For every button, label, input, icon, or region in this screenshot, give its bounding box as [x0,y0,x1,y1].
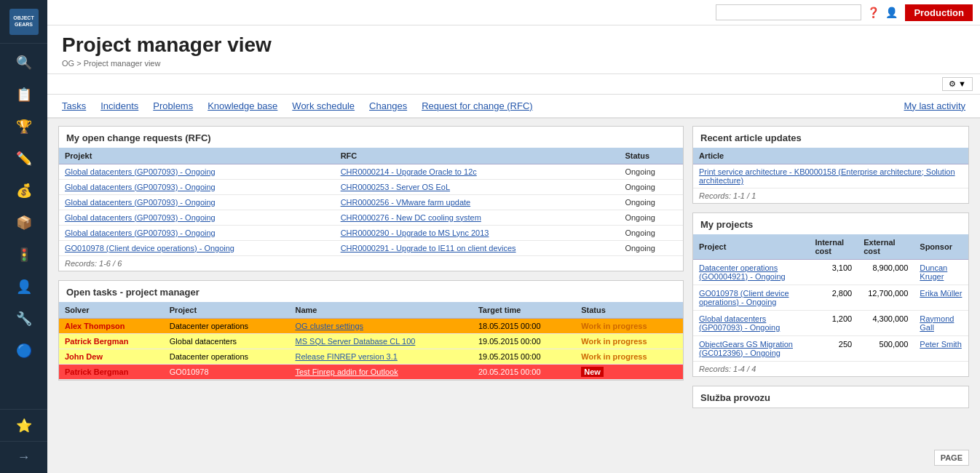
task-name-link[interactable]: OG cluster settings [295,322,363,330]
rfc-status: Ongoing [619,225,683,240]
table-row: Global datacenters (GP007093) - Ongoing … [59,179,683,194]
task-name-link[interactable]: Release FINREP version 3.1 [295,352,397,361]
task-status: Work in progress [575,318,683,333]
sidebar-circle-icon[interactable]: 🔵 [0,335,47,367]
table-row: Global datacenters (GP007093) - Ongoing … [59,210,683,225]
tasks-panel-title: Open tasks - project manager [59,281,683,302]
project-sponsor-link[interactable]: Peter Smith [920,340,961,349]
sidebar-star-icon[interactable]: ⭐ [0,409,47,441]
project-name-link[interactable]: ObjectGears GS Migration (GC012396) - On… [699,340,793,357]
proj-col-external: External cost [858,234,914,260]
recent-articles-title: Recent article updates [693,127,968,148]
logo[interactable]: OBJECT GEARS [0,0,47,44]
tasks-col-status: Status [575,302,683,319]
article-row: Print service architecture - KB0000158 (… [693,164,968,188]
page-header: Project manager view OG > Project manage… [47,25,980,74]
project-sponsor-link[interactable]: Raymond Gall [920,314,954,332]
tab-my-last-activity[interactable]: My last activity [904,100,965,111]
article-link[interactable]: Print service architecture - KB0000158 (… [699,167,955,185]
task-solver: Alex Thompson [59,318,164,333]
list-item: ObjectGears GS Migration (GC012396) - On… [693,335,968,361]
rfc-rfc-link[interactable]: CHR0000276 - New DC cooling system [341,213,481,222]
rfc-panel-title: My open change requests (RFC) [59,127,683,148]
tab-changes[interactable]: Changes [369,100,407,111]
list-item: Global datacenters (GP007093) - Ongoing … [693,310,968,335]
project-sponsor-link[interactable]: Erika Müller [920,289,962,298]
sidebar-money-icon[interactable]: 💰 [0,175,47,207]
project-external-cost: 4,300,000 [858,310,914,335]
tab-tasks[interactable]: Tasks [62,100,86,111]
tab-work-schedule[interactable]: Work schedule [292,100,355,111]
rfc-projekt-link[interactable]: Global datacenters (GP007093) - Ongoing [65,183,216,191]
nav-tabs: Tasks Incidents Problems Knowledge base … [47,95,980,119]
project-sponsor-link[interactable]: Duncan Kruger [920,263,947,281]
tab-knowledge-base[interactable]: Knowledge base [208,100,277,111]
recent-articles-panel: Recent article updates Article Print ser… [692,126,969,204]
sidebar-badge-icon[interactable]: 🏆 [0,111,47,143]
task-project: GO010978 [164,364,290,379]
rfc-rfc-link[interactable]: CHR0000253 - Server OS EoL [341,183,450,191]
main-wrapper: ❓ 👤 Production Project manager view OG >… [47,0,980,473]
tab-rfc[interactable]: Request for change (RFC) [422,100,532,111]
task-status: New [575,364,683,379]
table-row: Global datacenters (GP007093) - Ongoing … [59,164,683,179]
help-icon[interactable]: ❓ [867,7,880,18]
rfc-projekt-link[interactable]: Global datacenters (GP007093) - Ongoing [65,167,216,176]
project-external-cost: 8,900,000 [858,259,914,285]
list-item: Datacenter operations (GO0004921) - Ongo… [693,259,968,285]
sidebar-package-icon[interactable]: 📦 [0,207,47,239]
rfc-status: Ongoing [619,194,683,210]
proj-col-project: Project [693,234,809,260]
tab-incidents[interactable]: Incidents [100,100,138,111]
project-name-link[interactable]: Datacenter operations (GO0004921) - Ongo… [699,263,786,281]
sidebar-tasks-icon[interactable]: 📋 [0,79,47,111]
global-search-input[interactable] [716,4,861,20]
sidebar-search-icon[interactable]: 🔍 [0,47,47,79]
tab-problems[interactable]: Problems [153,100,193,111]
task-target-time: 19.05.2015 00:00 [473,333,575,349]
projects-table: Project Internal cost External cost Spon… [693,234,968,362]
rfc-projekt-link[interactable]: Global datacenters (GP007093) - Ongoing [65,228,216,237]
sidebar-arrow-icon[interactable]: → [0,441,47,473]
breadcrumb: OG > Project manager view [62,59,965,68]
table-row: Global datacenters (GP007093) - Ongoing … [59,225,683,240]
task-name-link[interactable]: MS SQL Server Database CL 100 [295,337,415,346]
proj-col-sponsor: Sponsor [914,234,968,260]
task-name-link[interactable]: Test Finrep addin for Outlook [295,367,398,376]
settings-button[interactable]: ⚙ ▼ [942,77,973,91]
sidebar-traffic-icon[interactable]: 🚦 [0,239,47,271]
task-solver: John Dew [59,349,164,364]
production-badge[interactable]: Production [905,4,973,21]
table-row: John Dew Datacenter operations Release F… [59,349,683,364]
user-account-icon[interactable]: 👤 [885,7,898,18]
articles-table: Article Print service architecture - KB0… [693,148,968,188]
status-badge: Work in progress [581,337,647,346]
list-item: GO010978 (Client device operations) - On… [693,285,968,310]
project-internal-cost: 2,800 [809,285,858,310]
task-solver: Patrick Bergman [59,364,164,379]
task-solver: Patrick Bergman [59,333,164,349]
sidebar-edit-icon[interactable]: ✏️ [0,143,47,175]
project-internal-cost: 1,200 [809,310,858,335]
rfc-projekt-link[interactable]: Global datacenters (GP007093) - Ongoing [65,213,216,222]
project-name-link[interactable]: Global datacenters (GP007093) - Ongoing [699,314,780,332]
rfc-rfc-link[interactable]: CHR0000291 - Upgrade to IE11 on client d… [341,244,516,253]
table-row: Global datacenters (GP007093) - Ongoing … [59,194,683,210]
rfc-rfc-link[interactable]: CHR0000256 - VMware farm update [341,198,471,207]
status-badge: Work in progress [581,352,647,361]
sidebar-tool-icon[interactable]: 🔧 [0,303,47,335]
table-row: Alex Thompson Datacenter operations OG c… [59,318,683,333]
rfc-projekt-link[interactable]: Global datacenters (GP007093) - Ongoing [65,198,216,207]
rfc-status: Ongoing [619,210,683,225]
rfc-rfc-link[interactable]: CHR0000290 - Upgrade to MS Lync 2013 [341,228,489,237]
sidebar-user-icon[interactable]: 👤 [0,271,47,303]
left-column: My open change requests (RFC) Projekt RF… [58,126,684,466]
project-name-link[interactable]: GO010978 (Client device operations) - On… [699,289,789,306]
tasks-col-project: Project [164,302,290,319]
breadcrumb-link[interactable]: OG > Project manager view [62,59,160,68]
rfc-records: Records: 1-6 / 6 [59,256,683,271]
rfc-projekt-link[interactable]: GO010978 (Client device operations) - On… [65,244,234,253]
project-external-cost: 12,700,000 [858,285,914,310]
task-project: Datacenter operations [164,318,290,333]
rfc-rfc-link[interactable]: CHR0000214 - Upgrade Oracle to 12c [341,167,477,176]
